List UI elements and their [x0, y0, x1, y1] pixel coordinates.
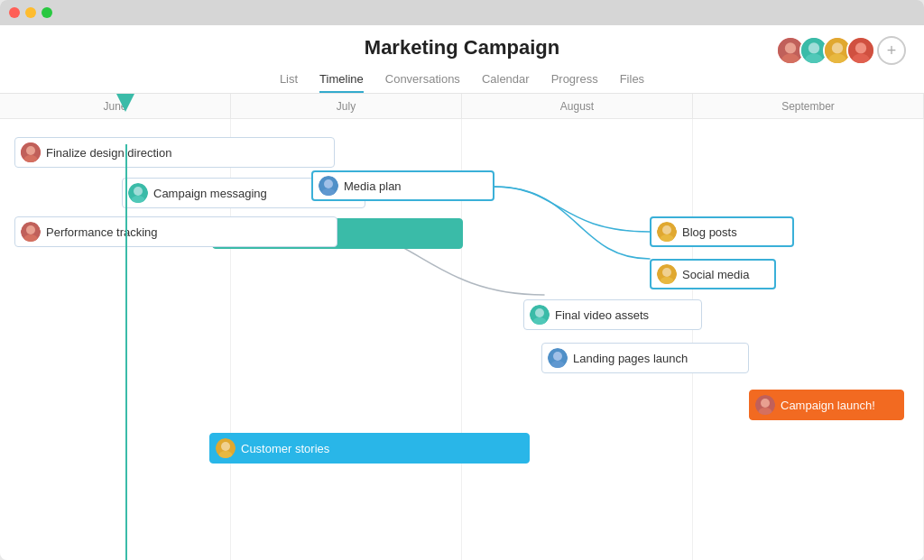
- task-label: Landing pages launch: [573, 352, 688, 365]
- app-window: Marketing Campaign + List Timeline Conve…: [0, 0, 924, 560]
- current-time-line: [125, 144, 127, 560]
- task-customer-stories[interactable]: Customer stories: [209, 433, 530, 464]
- svg-point-7: [832, 42, 843, 53]
- tab-calendar[interactable]: Calendar: [482, 67, 530, 93]
- task-label: Performance tracking: [46, 225, 158, 239]
- svg-point-13: [26, 146, 35, 155]
- task-finalize-design[interactable]: Finalize design direction: [14, 137, 335, 168]
- task-blog-posts[interactable]: Blog posts: [650, 216, 794, 247]
- task-campaign-launch[interactable]: Campaign launch!: [749, 390, 904, 420]
- task-media-plan[interactable]: Media plan: [311, 170, 494, 201]
- task-label: Finalize design direction: [46, 146, 171, 160]
- avatar[interactable]: [846, 36, 875, 65]
- task-label: Campaign messaging: [153, 187, 267, 200]
- timeline-container: June July August September: [0, 94, 924, 560]
- month-june: June: [0, 94, 231, 118]
- svg-point-22: [324, 179, 333, 188]
- svg-point-1: [785, 42, 796, 53]
- task-label: Final video assets: [555, 308, 649, 322]
- tab-list[interactable]: List: [280, 67, 298, 93]
- svg-point-28: [662, 225, 671, 234]
- svg-point-25: [26, 225, 35, 234]
- avatar-group: +: [776, 36, 906, 65]
- task-label: Campaign launch!: [781, 399, 875, 412]
- tab-files[interactable]: Files: [620, 67, 644, 93]
- svg-point-10: [855, 42, 866, 53]
- task-social-media[interactable]: Social media: [650, 259, 776, 289]
- svg-point-37: [553, 352, 562, 361]
- page-title: Marketing Campaign: [365, 36, 559, 60]
- app-header: Marketing Campaign + List Timeline Conve…: [0, 25, 924, 94]
- svg-point-34: [535, 308, 544, 317]
- task-final-video[interactable]: Final video assets: [523, 299, 702, 330]
- svg-point-40: [761, 399, 770, 408]
- titlebar: [0, 0, 924, 25]
- task-label: Media plan: [344, 179, 402, 193]
- tab-progress[interactable]: Progress: [551, 67, 598, 93]
- svg-point-4: [808, 42, 819, 53]
- task-label: Blog posts: [682, 225, 737, 239]
- month-september: September: [693, 94, 924, 118]
- task-performance-tracking[interactable]: Performance tracking: [14, 216, 337, 247]
- add-avatar-button[interactable]: +: [877, 36, 906, 65]
- task-label: Customer stories: [241, 442, 329, 455]
- maximize-button[interactable]: [42, 7, 52, 18]
- task-label: Social media: [682, 268, 749, 281]
- minimize-button[interactable]: [25, 7, 36, 18]
- task-landing-pages[interactable]: Landing pages launch: [541, 343, 749, 373]
- tab-conversations[interactable]: Conversations: [385, 67, 460, 93]
- grid-line-4: [693, 119, 924, 560]
- month-headers: June July August September: [0, 94, 924, 119]
- svg-point-31: [662, 268, 671, 277]
- month-july: July: [231, 94, 462, 118]
- tab-timeline[interactable]: Timeline: [319, 67, 364, 93]
- grid-line-3: [462, 119, 693, 560]
- close-button[interactable]: [9, 7, 20, 18]
- gantt-body: Finalize design direction Campaign messa…: [0, 119, 924, 560]
- svg-point-43: [221, 442, 230, 451]
- month-august: August: [462, 94, 693, 118]
- nav-tabs: List Timeline Conversations Calendar Pro…: [262, 67, 662, 93]
- svg-point-16: [134, 187, 143, 196]
